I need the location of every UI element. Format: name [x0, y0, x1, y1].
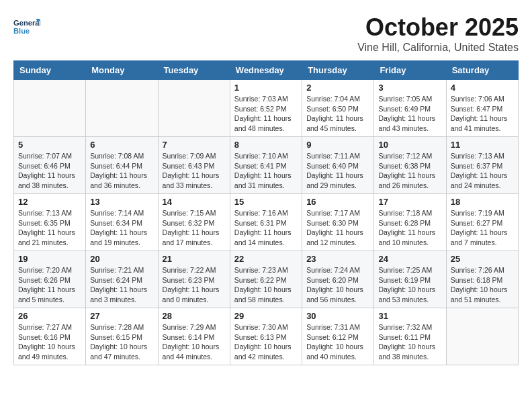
svg-text:Blue: Blue	[13, 27, 30, 35]
day-number: 9	[306, 140, 369, 150]
day-number: 6	[90, 140, 153, 150]
day-number: 5	[18, 140, 81, 150]
day-number: 13	[90, 197, 153, 207]
day-number: 31	[378, 311, 441, 321]
day-number: 21	[163, 254, 226, 264]
calendar-cell: 12Sunrise: 7:13 AM Sunset: 6:35 PM Dayli…	[14, 194, 86, 251]
calendar-week-5: 26Sunrise: 7:27 AM Sunset: 6:16 PM Dayli…	[14, 308, 519, 365]
day-content: Sunrise: 7:25 AM Sunset: 6:19 PM Dayligh…	[378, 265, 441, 305]
day-content: Sunrise: 7:26 AM Sunset: 6:18 PM Dayligh…	[451, 265, 514, 305]
day-number: 1	[234, 83, 298, 93]
weekday-header-sunday: Sunday	[14, 61, 86, 80]
day-content: Sunrise: 7:05 AM Sunset: 6:49 PM Dayligh…	[378, 94, 441, 134]
logo-icon: General Blue	[13, 13, 40, 40]
weekday-header-friday: Friday	[374, 61, 446, 80]
calendar-cell: 1Sunrise: 7:03 AM Sunset: 6:52 PM Daylig…	[230, 80, 302, 137]
day-content: Sunrise: 7:16 AM Sunset: 6:31 PM Dayligh…	[234, 208, 298, 248]
day-number: 19	[18, 254, 81, 264]
day-number: 30	[306, 311, 369, 321]
day-content: Sunrise: 7:06 AM Sunset: 6:47 PM Dayligh…	[451, 94, 514, 134]
day-content: Sunrise: 7:32 AM Sunset: 6:11 PM Dayligh…	[378, 322, 441, 362]
day-content: Sunrise: 7:22 AM Sunset: 6:23 PM Dayligh…	[163, 265, 226, 305]
day-number: 14	[163, 197, 226, 207]
calendar-cell: 25Sunrise: 7:26 AM Sunset: 6:18 PM Dayli…	[446, 251, 518, 308]
calendar-cell: 14Sunrise: 7:15 AM Sunset: 6:32 PM Dayli…	[158, 194, 230, 251]
calendar-cell: 8Sunrise: 7:10 AM Sunset: 6:41 PM Daylig…	[230, 137, 302, 194]
day-number: 3	[378, 83, 441, 93]
calendar-cell: 20Sunrise: 7:21 AM Sunset: 6:24 PM Dayli…	[86, 251, 158, 308]
day-number: 15	[234, 197, 298, 207]
day-content: Sunrise: 7:12 AM Sunset: 6:38 PM Dayligh…	[378, 151, 441, 191]
calendar-cell	[86, 80, 158, 137]
day-number: 17	[378, 197, 441, 207]
calendar-cell: 17Sunrise: 7:18 AM Sunset: 6:28 PM Dayli…	[374, 194, 446, 251]
day-content: Sunrise: 7:13 AM Sunset: 6:35 PM Dayligh…	[18, 208, 81, 248]
day-content: Sunrise: 7:30 AM Sunset: 6:13 PM Dayligh…	[234, 322, 298, 362]
calendar-week-2: 5Sunrise: 7:07 AM Sunset: 6:46 PM Daylig…	[14, 137, 519, 194]
weekday-header-saturday: Saturday	[446, 61, 518, 80]
calendar-cell: 3Sunrise: 7:05 AM Sunset: 6:49 PM Daylig…	[374, 80, 446, 137]
day-content: Sunrise: 7:29 AM Sunset: 6:14 PM Dayligh…	[163, 322, 226, 362]
calendar-cell: 15Sunrise: 7:16 AM Sunset: 6:31 PM Dayli…	[230, 194, 302, 251]
calendar-cell: 5Sunrise: 7:07 AM Sunset: 6:46 PM Daylig…	[14, 137, 86, 194]
day-content: Sunrise: 7:11 AM Sunset: 6:40 PM Dayligh…	[306, 151, 369, 191]
calendar-cell	[14, 80, 86, 137]
calendar-cell: 2Sunrise: 7:04 AM Sunset: 6:50 PM Daylig…	[302, 80, 374, 137]
day-number: 28	[163, 311, 226, 321]
day-content: Sunrise: 7:03 AM Sunset: 6:52 PM Dayligh…	[234, 94, 298, 134]
day-content: Sunrise: 7:18 AM Sunset: 6:28 PM Dayligh…	[378, 208, 441, 248]
calendar-cell: 30Sunrise: 7:31 AM Sunset: 6:12 PM Dayli…	[302, 308, 374, 365]
page-header: General Blue October 2025 Vine Hill, Cal…	[13, 13, 519, 54]
title-section: October 2025 Vine Hill, California, Unit…	[357, 13, 519, 54]
calendar-cell: 24Sunrise: 7:25 AM Sunset: 6:19 PM Dayli…	[374, 251, 446, 308]
weekday-header-wednesday: Wednesday	[230, 61, 302, 80]
calendar-cell: 26Sunrise: 7:27 AM Sunset: 6:16 PM Dayli…	[14, 308, 86, 365]
calendar-cell: 28Sunrise: 7:29 AM Sunset: 6:14 PM Dayli…	[158, 308, 230, 365]
day-number: 8	[234, 140, 298, 150]
day-content: Sunrise: 7:21 AM Sunset: 6:24 PM Dayligh…	[90, 265, 153, 305]
weekday-header-thursday: Thursday	[302, 61, 374, 80]
weekday-header-tuesday: Tuesday	[158, 61, 230, 80]
calendar-cell: 6Sunrise: 7:08 AM Sunset: 6:44 PM Daylig…	[86, 137, 158, 194]
month-title: October 2025	[357, 13, 519, 42]
calendar-cell: 23Sunrise: 7:24 AM Sunset: 6:20 PM Dayli…	[302, 251, 374, 308]
logo: General Blue	[13, 13, 43, 40]
day-content: Sunrise: 7:13 AM Sunset: 6:37 PM Dayligh…	[451, 151, 514, 191]
day-content: Sunrise: 7:19 AM Sunset: 6:27 PM Dayligh…	[451, 208, 514, 248]
calendar-cell: 16Sunrise: 7:17 AM Sunset: 6:30 PM Dayli…	[302, 194, 374, 251]
day-content: Sunrise: 7:17 AM Sunset: 6:30 PM Dayligh…	[306, 208, 369, 248]
calendar-cell: 10Sunrise: 7:12 AM Sunset: 6:38 PM Dayli…	[374, 137, 446, 194]
calendar-cell: 22Sunrise: 7:23 AM Sunset: 6:22 PM Dayli…	[230, 251, 302, 308]
calendar-cell: 7Sunrise: 7:09 AM Sunset: 6:43 PM Daylig…	[158, 137, 230, 194]
day-number: 23	[306, 254, 369, 264]
day-content: Sunrise: 7:27 AM Sunset: 6:16 PM Dayligh…	[18, 322, 81, 362]
day-content: Sunrise: 7:04 AM Sunset: 6:50 PM Dayligh…	[306, 94, 369, 134]
calendar-week-4: 19Sunrise: 7:20 AM Sunset: 6:26 PM Dayli…	[14, 251, 519, 308]
day-content: Sunrise: 7:08 AM Sunset: 6:44 PM Dayligh…	[90, 151, 153, 191]
location-title: Vine Hill, California, United States	[357, 42, 519, 54]
day-number: 2	[306, 83, 369, 93]
calendar-cell: 13Sunrise: 7:14 AM Sunset: 6:34 PM Dayli…	[86, 194, 158, 251]
day-content: Sunrise: 7:09 AM Sunset: 6:43 PM Dayligh…	[163, 151, 226, 191]
calendar-cell	[158, 80, 230, 137]
day-number: 27	[90, 311, 153, 321]
weekday-header-monday: Monday	[86, 61, 158, 80]
day-content: Sunrise: 7:31 AM Sunset: 6:12 PM Dayligh…	[306, 322, 369, 362]
day-number: 25	[451, 254, 514, 264]
day-number: 24	[378, 254, 441, 264]
day-content: Sunrise: 7:15 AM Sunset: 6:32 PM Dayligh…	[163, 208, 226, 248]
weekday-header-row: SundayMondayTuesdayWednesdayThursdayFrid…	[14, 61, 519, 80]
day-content: Sunrise: 7:20 AM Sunset: 6:26 PM Dayligh…	[18, 265, 81, 305]
calendar-cell: 21Sunrise: 7:22 AM Sunset: 6:23 PM Dayli…	[158, 251, 230, 308]
day-number: 22	[234, 254, 298, 264]
day-content: Sunrise: 7:24 AM Sunset: 6:20 PM Dayligh…	[306, 265, 369, 305]
day-content: Sunrise: 7:14 AM Sunset: 6:34 PM Dayligh…	[90, 208, 153, 248]
calendar-cell: 19Sunrise: 7:20 AM Sunset: 6:26 PM Dayli…	[14, 251, 86, 308]
day-content: Sunrise: 7:07 AM Sunset: 6:46 PM Dayligh…	[18, 151, 81, 191]
calendar-cell: 11Sunrise: 7:13 AM Sunset: 6:37 PM Dayli…	[446, 137, 518, 194]
calendar-cell: 18Sunrise: 7:19 AM Sunset: 6:27 PM Dayli…	[446, 194, 518, 251]
calendar-week-3: 12Sunrise: 7:13 AM Sunset: 6:35 PM Dayli…	[14, 194, 519, 251]
day-number: 26	[18, 311, 81, 321]
day-number: 10	[378, 140, 441, 150]
day-number: 4	[451, 83, 514, 93]
